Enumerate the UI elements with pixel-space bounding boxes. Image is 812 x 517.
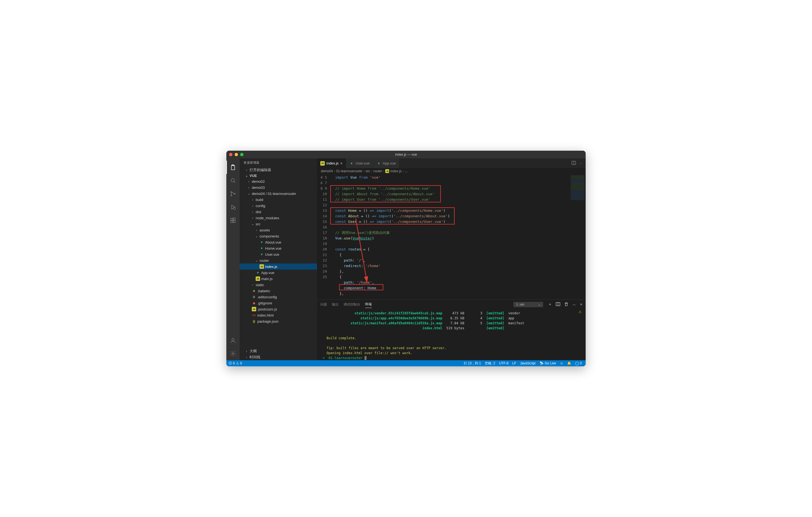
open-editors-section[interactable]: ›打开的编辑器 (240, 167, 317, 173)
maximize-panel-icon[interactable]: ︿ (572, 302, 576, 307)
vue-icon: ▼ (260, 240, 264, 245)
line-numbers: 4 5 6 7 8 9 10 11 12 13 14 15 16 17 18 1… (317, 174, 331, 299)
file-tree[interactable]: ›demo02 ›demo03 ⌄demo04 / 01-learnvuerou… (240, 178, 317, 348)
tree-folder[interactable]: ›demo03 (240, 184, 317, 191)
tree-file-selected[interactable]: JSindex.js (240, 263, 317, 269)
vue-icon: ▼ (377, 161, 381, 166)
tree-folder[interactable]: ⌄demo04 / 01-learnvuerouter (240, 191, 317, 197)
tree-file[interactable]: ⚙.editorconfig (240, 294, 317, 300)
tree-folder[interactable]: ⌄router (240, 257, 317, 263)
svg-rect-8 (233, 218, 235, 220)
tab-index-js[interactable]: JSindex.js× (317, 159, 346, 168)
js-icon: JS (260, 264, 264, 269)
panel-tab-problems[interactable]: 问题 (320, 301, 327, 308)
explorer-sidebar: 资源管理器 ›打开的编辑器 ⌄VUE ›demo02 ›demo03 ⌄demo… (240, 159, 317, 360)
close-tab-icon[interactable]: × (340, 161, 342, 166)
status-spaces[interactable]: 空格: 2 (485, 361, 495, 366)
terminal-selector[interactable]: 1: zsh⌄ (514, 302, 543, 307)
editor-tabs: JSindex.js× ▼User.vue ▼App.vue ··· (317, 159, 586, 168)
tree-file[interactable]: ▼User.vue (240, 251, 317, 257)
timeline-label: 时间线 (250, 355, 260, 360)
timeline-section[interactable]: ›时间线 (240, 354, 317, 360)
debug-icon[interactable] (226, 200, 240, 214)
tree-file[interactable]: ▼Home.vue (240, 245, 317, 251)
maximize-window-button[interactable] (240, 153, 243, 156)
tree-file[interactable]: ▼App.vue (240, 269, 317, 276)
status-golive[interactable]: 📡Go Live (540, 361, 556, 365)
search-icon[interactable] (226, 174, 240, 187)
status-bell-icon[interactable]: 🔔 (567, 361, 571, 365)
explorer-icon[interactable] (226, 161, 240, 174)
svg-rect-7 (233, 221, 235, 223)
account-icon[interactable] (226, 334, 240, 347)
status-eol[interactable]: LF (513, 361, 516, 365)
close-window-button[interactable] (229, 153, 232, 156)
babel-icon: B (252, 289, 256, 293)
tree-file[interactable]: <>index.html (240, 312, 317, 318)
close-panel-icon[interactable]: × (580, 302, 582, 307)
tree-file[interactable]: JS.postcssrc.js (240, 306, 317, 312)
warning-icon: ⚠ (236, 361, 239, 365)
tree-folder[interactable]: ›dist (240, 209, 317, 215)
tree-folder[interactable]: ›assets (240, 227, 317, 233)
terminal-output[interactable]: static/js/vendor.83c241f285fdae045ca5.js… (317, 309, 586, 360)
minimap[interactable] (569, 174, 586, 299)
tree-folder[interactable]: ›node_modules (240, 215, 317, 221)
svg-point-3 (234, 193, 235, 194)
editor[interactable]: 4 5 6 7 8 9 10 11 12 13 14 15 16 17 18 1… (317, 174, 586, 299)
js-icon: JS (256, 277, 260, 281)
tree-folder[interactable]: ›build (240, 197, 317, 203)
new-terminal-icon[interactable]: ＋ (548, 302, 552, 307)
tree-folder[interactable]: ›config (240, 203, 317, 209)
warning-icon: ⚠ (578, 310, 582, 314)
tree-folder[interactable]: ›static (240, 282, 317, 288)
svg-point-10 (232, 353, 234, 354)
svg-point-9 (232, 338, 234, 341)
tree-file[interactable]: B.babelrc (240, 288, 317, 294)
svg-point-1 (231, 192, 232, 193)
status-language[interactable]: JavaScript (520, 361, 535, 365)
titlebar[interactable]: index.js — vue (226, 151, 586, 159)
tab-app-vue[interactable]: ▼App.vue (373, 159, 400, 168)
status-bar: ⓧ0⚠0 行 13，列 1 空格: 2 UTF-8 LF JavaScript … (226, 360, 586, 366)
svg-point-2 (231, 195, 232, 196)
settings-gear-icon[interactable] (226, 347, 240, 360)
vscode-window: index.js — vue 资源管理器 ›打开的编辑器 ⌄VUE ›demo0… (226, 151, 586, 366)
panel-tab-output[interactable]: 输出 (332, 301, 339, 308)
split-terminal-icon[interactable] (556, 302, 560, 307)
tree-file[interactable]: JSmain.js (240, 276, 317, 282)
tree-folder[interactable]: ⌄components (240, 233, 317, 239)
more-actions-icon[interactable]: ··· (579, 161, 582, 165)
status-line-col[interactable]: 行 13，列 1 (464, 361, 481, 366)
js-icon: JS (385, 169, 389, 173)
status-feedback-icon[interactable]: ☺ (560, 361, 563, 365)
tree-file[interactable]: ▼About.vue (240, 239, 317, 245)
kill-terminal-icon[interactable] (564, 302, 569, 307)
panel-tab-terminal[interactable]: 终端 (365, 301, 372, 308)
tab-user-vue[interactable]: ▼User.vue (346, 159, 373, 168)
source-control-icon[interactable] (226, 187, 240, 200)
code-content[interactable]: import Vue from 'vue' // import Home fro… (331, 174, 569, 299)
breadcrumbs[interactable]: demo04› 01-learnvuerouter› src› router› … (317, 168, 586, 174)
panel: 问题 输出 调试控制台 终端 1: zsh⌄ ＋ ︿ × ⚠ (317, 299, 586, 360)
outline-section[interactable]: ›大纲 (240, 348, 317, 354)
folder-root[interactable]: ⌄VUE (240, 173, 317, 178)
tree-file[interactable]: ◆.gitignore (240, 300, 317, 306)
split-editor-icon[interactable] (572, 161, 576, 166)
open-editors-label: 打开的编辑器 (250, 168, 271, 173)
window-title: index.js — vue (395, 153, 417, 156)
js-icon: JS (252, 307, 256, 311)
status-count[interactable]: ◯0 (575, 361, 582, 365)
svg-point-0 (231, 179, 234, 182)
tree-folder[interactable]: ⌄src (240, 221, 317, 227)
vue-icon: ▼ (349, 161, 354, 166)
panel-tab-debug[interactable]: 调试控制台 (344, 301, 360, 308)
tree-file[interactable]: {}package.json (240, 318, 317, 324)
extensions-icon[interactable] (226, 214, 240, 227)
tree-folder[interactable]: ›demo02 (240, 178, 317, 184)
status-encoding[interactable]: UTF-8 (499, 361, 509, 365)
sidebar-title: 资源管理器 (240, 159, 317, 167)
minimize-window-button[interactable] (235, 153, 238, 156)
html-icon: <> (252, 313, 256, 317)
status-errors[interactable]: ⓧ0⚠0 (229, 361, 242, 366)
